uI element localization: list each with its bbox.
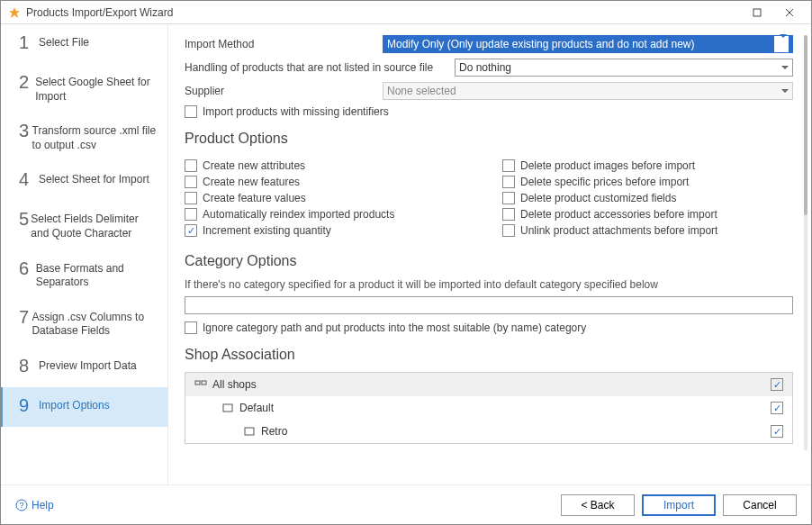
step-google-sheet[interactable]: 2Select Google Sheet for Import bbox=[1, 64, 167, 113]
svg-rect-6 bbox=[223, 404, 232, 412]
create-features-checkbox[interactable] bbox=[185, 176, 197, 188]
step-assign-columns[interactable]: 7Assign .csv Columns to Database Fields bbox=[1, 299, 167, 348]
shop-retro-checkbox[interactable] bbox=[771, 425, 783, 438]
create-attributes-checkbox[interactable] bbox=[185, 159, 197, 172]
step-select-file[interactable]: 1Select File bbox=[1, 24, 167, 64]
svg-text:?: ? bbox=[19, 501, 23, 510]
back-button[interactable]: < Back bbox=[561, 494, 635, 516]
titlebar: Products Import/Export Wizard bbox=[1, 1, 811, 24]
shop-icon bbox=[221, 402, 234, 414]
shop-row-all[interactable]: All shops bbox=[185, 373, 792, 396]
ignore-category-label: Ignore category path and put products in… bbox=[203, 321, 586, 334]
chevron-down-icon bbox=[781, 89, 789, 93]
import-button[interactable]: Import bbox=[642, 494, 716, 516]
step-select-sheet[interactable]: 4Select Sheet for Import bbox=[1, 161, 167, 201]
increment-quantity-checkbox[interactable] bbox=[185, 224, 197, 237]
ignore-category-checkbox[interactable] bbox=[185, 321, 197, 334]
shop-icon bbox=[243, 425, 256, 438]
unlink-attachments-checkbox[interactable] bbox=[502, 224, 515, 237]
maximize-button[interactable] bbox=[743, 3, 771, 23]
step-delimiter[interactable]: 5Select Fields Delimiter and Quote Chara… bbox=[1, 201, 167, 249]
footer: ? Help < Back Import Cancel bbox=[1, 484, 811, 524]
step-preview[interactable]: 8Preview Import Data bbox=[1, 348, 167, 387]
shop-default-checkbox[interactable] bbox=[771, 402, 783, 414]
steps-sidebar: 1Select File 2Select Google Sheet for Im… bbox=[1, 24, 168, 484]
import-method-label: Import Method bbox=[185, 38, 383, 50]
default-category-select[interactable] bbox=[185, 296, 793, 314]
wizard-window: Products Import/Export Wizard 1Select Fi… bbox=[0, 0, 812, 525]
category-options-heading: Category Options bbox=[185, 253, 793, 269]
product-options-heading: Product Options bbox=[185, 131, 793, 147]
help-icon: ? bbox=[15, 499, 28, 511]
create-feature-values-checkbox[interactable] bbox=[185, 192, 197, 204]
delete-prices-checkbox[interactable] bbox=[502, 176, 515, 188]
app-icon bbox=[8, 6, 21, 19]
step-transform-xml[interactable]: 3Transform source .xml file to output .c… bbox=[1, 113, 167, 161]
handling-select[interactable]: Do nothing bbox=[455, 59, 793, 77]
shop-association-table: All shops Default Retro bbox=[185, 372, 793, 444]
chevron-down-icon bbox=[781, 66, 789, 69]
supplier-select[interactable]: None selected bbox=[383, 82, 793, 100]
main-panel: Import Method Modify Only (Only update e… bbox=[168, 24, 811, 484]
svg-rect-4 bbox=[195, 381, 200, 385]
missing-ids-checkbox[interactable] bbox=[185, 105, 197, 118]
window-title: Products Import/Export Wizard bbox=[26, 6, 743, 19]
svg-rect-1 bbox=[753, 9, 761, 16]
help-link[interactable]: ? Help bbox=[15, 499, 54, 511]
svg-marker-0 bbox=[9, 6, 20, 17]
shop-row-retro[interactable]: Retro bbox=[185, 420, 792, 443]
shops-icon bbox=[194, 378, 207, 391]
scrollbar[interactable] bbox=[804, 35, 807, 450]
svg-rect-5 bbox=[202, 381, 206, 385]
svg-rect-7 bbox=[245, 428, 254, 435]
delete-custom-fields-checkbox[interactable] bbox=[502, 192, 515, 204]
chevron-down-icon bbox=[780, 34, 787, 50]
step-import-options[interactable]: 9Import Options bbox=[1, 387, 167, 427]
shop-association-heading: Shop Association bbox=[185, 347, 793, 363]
cancel-button[interactable]: Cancel bbox=[723, 494, 797, 516]
delete-images-checkbox[interactable] bbox=[502, 159, 515, 172]
supplier-label: Supplier bbox=[185, 85, 383, 97]
shop-row-default[interactable]: Default bbox=[185, 396, 792, 420]
delete-accessories-checkbox[interactable] bbox=[502, 208, 515, 221]
handling-label: Handling of products that are not listed… bbox=[185, 61, 455, 74]
missing-ids-label: Import products with missing identifiers bbox=[203, 105, 389, 118]
step-formats[interactable]: 6Base Formats and Separators bbox=[1, 250, 167, 299]
category-hint: If there's no category specified for a p… bbox=[185, 278, 793, 291]
import-method-select[interactable]: Modify Only (Only update existing produc… bbox=[383, 35, 793, 53]
auto-reindex-checkbox[interactable] bbox=[185, 208, 197, 221]
shop-all-checkbox[interactable] bbox=[771, 378, 783, 391]
close-button[interactable] bbox=[775, 3, 804, 23]
